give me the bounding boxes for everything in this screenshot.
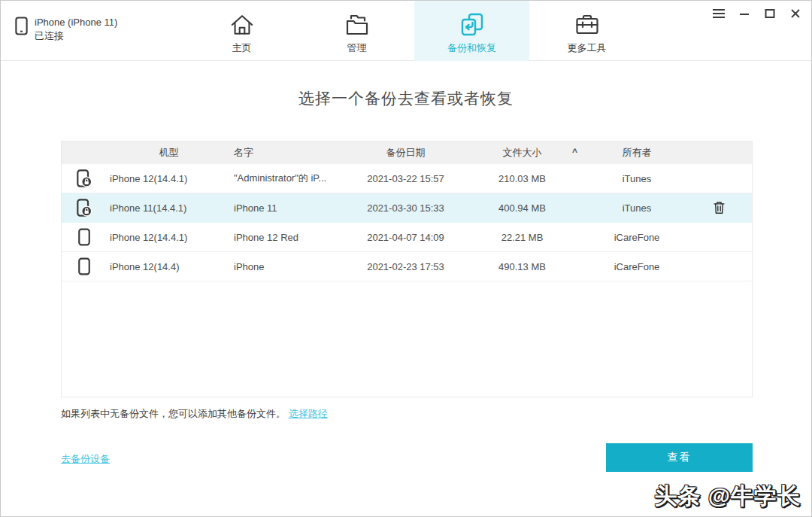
row-owner: iTunes [588,173,686,184]
sort-asc-icon[interactable]: ^ [572,147,577,157]
tab-more-tools[interactable]: 更多工具 [529,1,644,61]
window-controls [712,7,802,20]
close-icon[interactable] [789,7,802,20]
delete-backup-button[interactable] [686,200,752,215]
phone-icon [62,257,107,276]
row-model: iPhone 12(14.4.1) [107,232,231,243]
row-owner: iCareFone [588,232,686,243]
tab-label: 主页 [232,41,252,55]
backup-list-table: 机型 名字 备份日期 文件大小 ^ 所有者 iPhone 12(14.4.1) … [61,141,753,397]
row-file-size: 22.21 MB [456,232,588,243]
app-window: iPhone (iPhone 11) 已连接 主页 管理 备份和恢复 更 [0,0,812,517]
view-button[interactable]: 查看 [606,443,753,472]
row-backup-date: 2021-04-07 14:09 [355,232,456,243]
more-tools-icon [574,11,601,39]
minimize-icon[interactable] [738,7,751,20]
phone-lock-icon [62,198,107,217]
row-model: iPhone 12(14.4.1) [107,173,231,184]
row-backup-date: 2021-02-23 17:53 [355,261,456,272]
top-bar: iPhone (iPhone 11) 已连接 主页 管理 备份和恢复 更 [1,1,811,61]
table-row[interactable]: iPhone 11(14.4.1) iPhone 11 2021-03-30 1… [62,193,752,223]
tab-label: 更多工具 [568,41,607,55]
header-backup-date[interactable]: 备份日期 [355,146,456,160]
row-model: iPhone 12(14.4) [107,261,231,272]
tab-manage[interactable]: 管理 [299,1,414,61]
header-file-size[interactable]: 文件大小 ^ [456,146,588,160]
tab-backup-restore[interactable]: 备份和恢复 [414,1,529,61]
row-file-size: 400.94 MB [456,202,588,214]
row-name: iPhone 12 Red [231,232,355,243]
header-name[interactable]: 名字 [231,146,355,160]
device-phone-icon [14,16,29,36]
row-model: iPhone 11(14.4.1) [107,202,231,214]
row-name: iPhone [231,261,355,272]
table-row[interactable]: iPhone 12(14.4.1) "Administrator"的 iP...… [62,164,752,193]
backup-table-body: iPhone 12(14.4.1) "Administrator"的 iP...… [62,164,752,281]
row-name: iPhone 11 [231,202,355,214]
phone-icon [62,227,107,247]
header-owner[interactable]: 所有者 [588,146,686,160]
row-owner: iCareFone [588,261,686,272]
phone-lock-icon [62,169,107,188]
row-backup-date: 2021-03-30 15:33 [355,202,456,214]
row-file-size: 210.03 MB [456,173,588,184]
table-header-row: 机型 名字 备份日期 文件大小 ^ 所有者 [62,141,752,164]
row-file-size: 490.13 MB [456,261,588,272]
maximize-icon[interactable] [763,7,777,20]
hint-text: 如果列表中无备份文件，您可以添加其他备份文件。 [61,408,286,419]
backup-restore-icon [459,11,485,39]
device-status: 已连接 [35,29,117,43]
table-row[interactable]: iPhone 12(14.4.1) iPhone 12 Red 2021-04-… [62,223,752,252]
menu-icon[interactable] [712,7,726,20]
watermark: 头条 @牛学长 [654,481,801,512]
connected-device-info: iPhone (iPhone 11) 已连接 [14,16,117,43]
device-name: iPhone (iPhone 11) [35,16,117,29]
manage-icon [344,11,371,39]
row-name: "Administrator"的 iP... [231,172,355,185]
tab-label: 备份和恢复 [447,41,496,55]
choose-path-link[interactable]: 选择路径 [289,408,328,419]
page-title: 选择一个备份去查看或者恢复 [1,88,811,109]
table-row[interactable]: iPhone 12(14.4) iPhone 2021-02-23 17:53 … [62,252,752,281]
tab-home[interactable]: 主页 [184,1,299,61]
row-owner: iTunes [588,202,686,214]
nav-tabs: 主页 管理 备份和恢复 更多工具 [184,1,644,61]
go-backup-device-link[interactable]: 去备份设备 [61,452,110,466]
row-backup-date: 2021-03-22 15:57 [355,173,456,184]
home-icon [229,11,255,39]
header-model[interactable]: 机型 [107,146,231,160]
tab-label: 管理 [347,41,367,55]
hint-line: 如果列表中无备份文件，您可以添加其他备份文件。 选择路径 [61,407,328,421]
